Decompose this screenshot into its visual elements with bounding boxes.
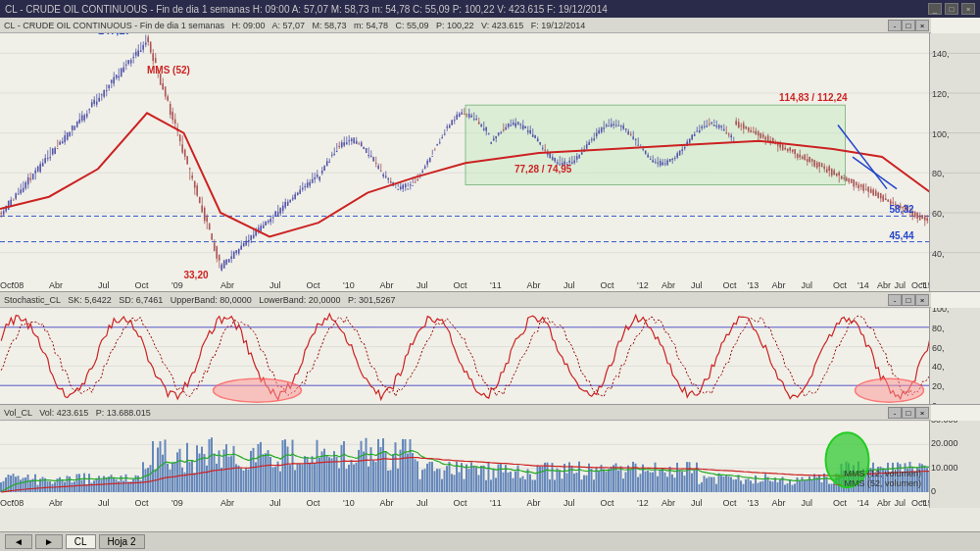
vol-chart-title: Vol_CL Vol: 423.615 P: 13.688.015 [0, 405, 931, 421]
stoch-y-canvas [930, 308, 980, 405]
main-y-canvas [930, 33, 980, 292]
main-y-axis [929, 33, 980, 291]
tab-cl[interactable]: CL [66, 534, 96, 549]
vol-ctrl-3[interactable]: × [915, 407, 929, 419]
chart-ctrl-2[interactable]: □ [902, 20, 915, 31]
window-controls: _ □ × [928, 3, 975, 15]
stoch-chart-title: Stochastic_CL SK: 5,6422 SD: 6,7461 Uppe… [0, 292, 931, 308]
chart-ctrl-1[interactable]: - [888, 20, 902, 31]
minimize-button[interactable]: _ [928, 3, 942, 15]
close-button[interactable]: × [961, 3, 975, 15]
title-bar: CL - CRUDE OIL CONTINUOUS - Fin de dia 1… [0, 0, 980, 18]
vol-y-axis [929, 421, 980, 508]
stoch-ctrl-1[interactable]: - [888, 294, 902, 306]
tab-prev[interactable]: ◄ [5, 534, 32, 549]
stoch-ctrl-2[interactable]: □ [902, 294, 915, 306]
vol-legend-mms12: MMS (12, volumen) [844, 469, 921, 478]
tab-next[interactable]: ► [35, 534, 63, 549]
stoch-canvas [0, 292, 931, 405]
stoch-chart-controls: - □ × [888, 292, 929, 308]
stoch-ctrl-3[interactable]: × [915, 294, 929, 306]
main-chart-title: CL - CRUDE OIL CONTINUOUS - Fin de dia 1… [0, 18, 931, 33]
vol-chart-controls: - □ × [888, 405, 929, 421]
stoch-chart: Stochastic_CL SK: 5,6422 SD: 6,7461 Uppe… [0, 292, 980, 405]
maximize-button[interactable]: □ [945, 3, 958, 15]
title-text: CL - CRUDE OIL CONTINUOUS - Fin de dia 1… [5, 4, 608, 15]
vol-title-text: Vol_CL Vol: 423.615 P: 13.688.015 [4, 408, 151, 418]
chart-ctrl-3[interactable]: × [915, 20, 929, 31]
stoch-title-text: Stochastic_CL SK: 5,6422 SD: 6,7461 Uppe… [4, 295, 395, 305]
vol-ctrl-1[interactable]: - [888, 407, 902, 419]
main-chart-controls: - □ × [888, 18, 929, 33]
vol-chart: Vol_CL Vol: 423.615 P: 13.688.015 - □ × … [0, 405, 980, 508]
main-container: CL - CRUDE OIL CONTINUOUS - Fin de dia 1… [0, 0, 980, 551]
vol-y-canvas [930, 421, 980, 508]
stoch-y-axis [929, 308, 980, 404]
vol-ctrl-2[interactable]: □ [902, 407, 915, 419]
main-chart: CL - CRUDE OIL CONTINUOUS - Fin de dia 1… [0, 18, 980, 292]
vol-legend-mms52: MMS (52, volumen) [844, 478, 921, 488]
main-canvas [0, 18, 931, 292]
tab-bar: ◄ ► CL Hoja 2 [0, 531, 980, 551]
main-chart-title-text: CL - CRUDE OIL CONTINUOUS - Fin de dia 1… [4, 21, 585, 30]
tab-hoja2[interactable]: Hoja 2 [99, 534, 145, 549]
charts-area: CL - CRUDE OIL CONTINUOUS - Fin de dia 1… [0, 18, 980, 531]
vol-legend: — MMS (12, volumen) — MMS (52, volumen) [833, 469, 921, 488]
